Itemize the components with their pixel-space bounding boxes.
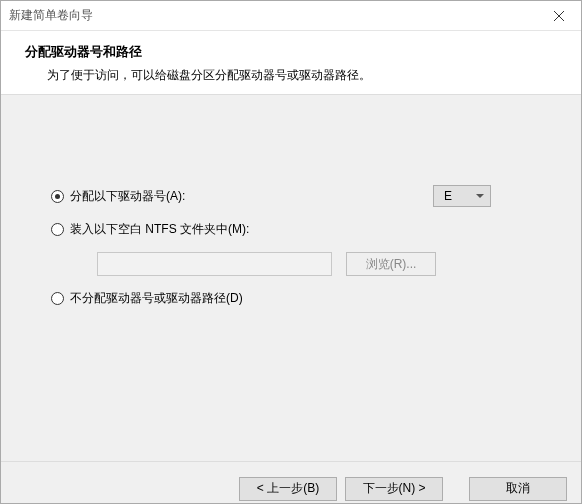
mount-path-input bbox=[97, 252, 332, 276]
window-title: 新建简单卷向导 bbox=[9, 7, 93, 24]
title-bar: 新建简单卷向导 bbox=[1, 1, 581, 31]
drive-letter-select[interactable]: E bbox=[433, 185, 491, 207]
next-button[interactable]: 下一步(N) > bbox=[345, 477, 443, 501]
radio-none-label: 不分配驱动器号或驱动器路径(D) bbox=[70, 290, 243, 307]
option-none-radio-group[interactable]: 不分配驱动器号或驱动器路径(D) bbox=[51, 290, 243, 307]
option-mount-radio-group[interactable]: 装入以下空白 NTFS 文件夹中(M): bbox=[51, 221, 249, 238]
option-none-row: 不分配驱动器号或驱动器路径(D) bbox=[51, 290, 531, 307]
radio-assign-label: 分配以下驱动器号(A): bbox=[70, 188, 185, 205]
close-icon bbox=[554, 11, 564, 21]
drive-letter-value: E bbox=[444, 189, 452, 203]
wizard-content: 分配以下驱动器号(A): E 装入以下空白 NTFS 文件夹中(M): 浏览(R… bbox=[1, 95, 581, 461]
browse-button: 浏览(R)... bbox=[346, 252, 436, 276]
mount-path-row: 浏览(R)... bbox=[97, 252, 531, 276]
option-assign-radio-group[interactable]: 分配以下驱动器号(A): bbox=[51, 188, 185, 205]
radio-mount-label: 装入以下空白 NTFS 文件夹中(M): bbox=[70, 221, 249, 238]
radio-assign-letter[interactable] bbox=[51, 190, 64, 203]
wizard-footer: < 上一步(B) 下一步(N) > 取消 bbox=[1, 461, 581, 504]
back-button[interactable]: < 上一步(B) bbox=[239, 477, 337, 501]
cancel-button[interactable]: 取消 bbox=[469, 477, 567, 501]
wizard-header: 分配驱动器号和路径 为了便于访问，可以给磁盘分区分配驱动器号或驱动器路径。 bbox=[1, 31, 581, 94]
radio-mount-folder[interactable] bbox=[51, 223, 64, 236]
chevron-down-icon bbox=[476, 194, 484, 198]
option-assign-row: 分配以下驱动器号(A): E bbox=[51, 185, 531, 207]
page-title: 分配驱动器号和路径 bbox=[25, 43, 557, 61]
option-mount-row: 装入以下空白 NTFS 文件夹中(M): bbox=[51, 221, 531, 238]
page-description: 为了便于访问，可以给磁盘分区分配驱动器号或驱动器路径。 bbox=[25, 67, 557, 84]
close-button[interactable] bbox=[536, 1, 581, 30]
radio-no-assign[interactable] bbox=[51, 292, 64, 305]
